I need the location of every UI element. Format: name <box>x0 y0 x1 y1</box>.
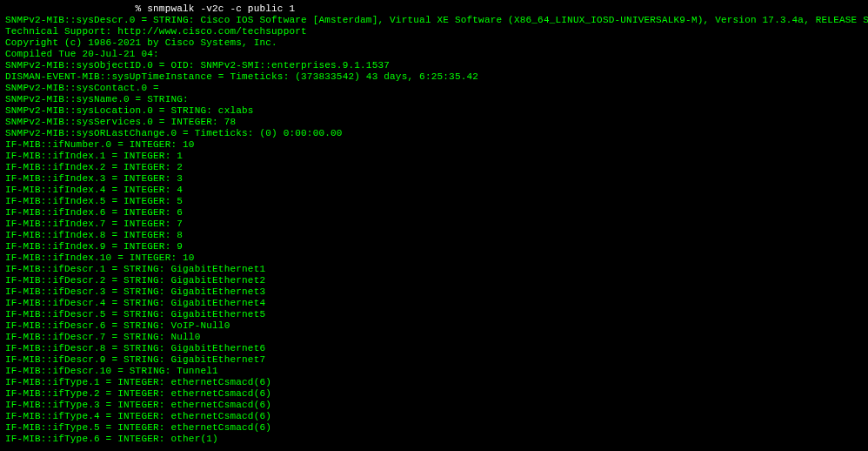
output-line: DISMAN-EVENT-MIB::sysUpTimeInstance = Ti… <box>5 71 863 83</box>
output-line: IF-MIB::ifType.4 = INTEGER: ethernetCsma… <box>5 411 863 422</box>
output-line: IF-MIB::ifIndex.6 = INTEGER: 6 <box>5 207 863 219</box>
output-line: IF-MIB::ifType.5 = INTEGER: ethernetCsma… <box>5 422 863 434</box>
output-line: IF-MIB::ifDescr.7 = STRING: Null0 <box>5 332 863 343</box>
output-line: IF-MIB::ifIndex.2 = INTEGER: 2 <box>5 162 863 173</box>
output-line: IF-MIB::ifDescr.1 = STRING: GigabitEther… <box>5 264 863 275</box>
output-line: SNMPv2-MIB::sysORLastChange.0 = Timetick… <box>5 128 863 139</box>
output-line: IF-MIB::ifType.2 = INTEGER: ethernetCsma… <box>5 388 863 400</box>
output-line: IF-MIB::ifIndex.5 = INTEGER: 5 <box>5 196 863 207</box>
output-line: IF-MIB::ifIndex.7 = INTEGER: 7 <box>5 219 863 230</box>
output-line: IF-MIB::ifDescr.10 = STRING: Tunnel1 <box>5 366 863 377</box>
output-line: SNMPv2-MIB::sysName.0 = STRING: <box>5 94 863 105</box>
output-line: SNMPv2-MIB::sysDescr.0 = STRING: Cisco I… <box>5 15 863 26</box>
output-line: SNMPv2-MIB::sysServices.0 = INTEGER: 78 <box>5 117 863 128</box>
output-line: SNMPv2-MIB::sysObjectID.0 = OID: SNMPv2-… <box>5 60 863 71</box>
shell-prompt: % snmpwalk -v2c -c public 1 <box>5 3 295 14</box>
output-line: IF-MIB::ifNumber.0 = INTEGER: 10 <box>5 139 863 151</box>
output-lines: SNMPv2-MIB::sysDescr.0 = STRING: Cisco I… <box>5 15 863 445</box>
output-line: Technical Support: http://www.cisco.com/… <box>5 26 863 37</box>
output-line: IF-MIB::ifIndex.1 = INTEGER: 1 <box>5 151 863 162</box>
prompt-leading: % <box>5 3 147 14</box>
output-line: IF-MIB::ifDescr.2 = STRING: GigabitEther… <box>5 275 863 286</box>
output-line: IF-MIB::ifDescr.9 = STRING: GigabitEther… <box>5 354 863 366</box>
output-line: IF-MIB::ifDescr.4 = STRING: GigabitEther… <box>5 298 863 309</box>
output-line: IF-MIB::ifIndex.3 = INTEGER: 3 <box>5 173 863 185</box>
output-line: Compiled Tue 20-Jul-21 04: <box>5 49 863 60</box>
output-line: SNMPv2-MIB::sysContact.0 = <box>5 83 863 94</box>
output-line: IF-MIB::ifDescr.6 = STRING: VoIP-Null0 <box>5 320 863 332</box>
output-line: Copyright (c) 1986-2021 by Cisco Systems… <box>5 37 863 49</box>
output-line: IF-MIB::ifIndex.4 = INTEGER: 4 <box>5 185 863 196</box>
output-line: IF-MIB::ifDescr.3 = STRING: GigabitEther… <box>5 286 863 298</box>
output-line: IF-MIB::ifIndex.9 = INTEGER: 9 <box>5 241 863 252</box>
output-line: IF-MIB::ifType.1 = INTEGER: ethernetCsma… <box>5 377 863 388</box>
prompt-command: snmpwalk -v2c -c public 1 <box>147 3 295 14</box>
output-line: SNMPv2-MIB::sysLocation.0 = STRING: cxla… <box>5 105 863 117</box>
output-line: IF-MIB::ifDescr.5 = STRING: GigabitEther… <box>5 309 863 320</box>
output-line: IF-MIB::ifIndex.10 = INTEGER: 10 <box>5 252 863 264</box>
output-line: IF-MIB::ifType.3 = INTEGER: ethernetCsma… <box>5 400 863 411</box>
output-line: IF-MIB::ifIndex.8 = INTEGER: 8 <box>5 230 863 241</box>
terminal-output[interactable]: % snmpwalk -v2c -c public 1 SNMPv2-MIB::… <box>0 0 868 448</box>
output-line: IF-MIB::ifType.6 = INTEGER: other(1) <box>5 434 863 445</box>
output-line: IF-MIB::ifDescr.8 = STRING: GigabitEther… <box>5 343 863 354</box>
